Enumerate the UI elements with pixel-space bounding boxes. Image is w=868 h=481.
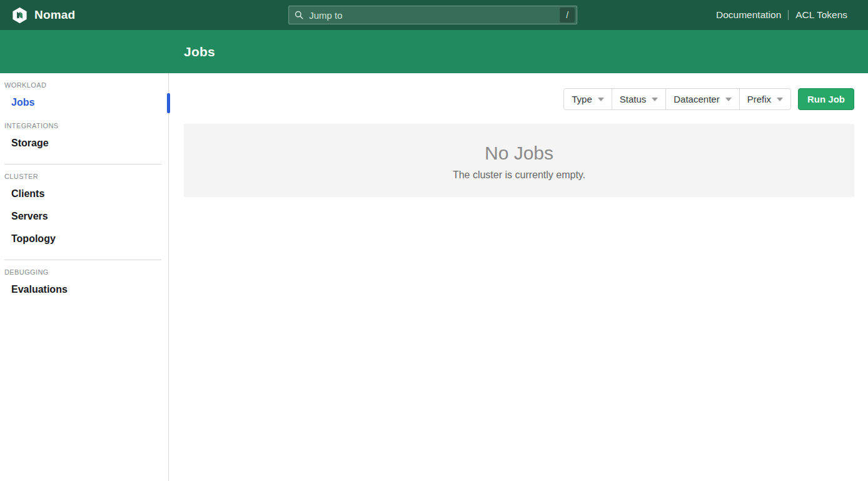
sidebar-item-storage[interactable]: Storage [0,132,168,154]
section-header-bar: Jobs [0,30,868,73]
filter-label: Status [620,94,647,104]
chevron-down-icon [725,98,732,101]
empty-state-message: The cluster is currently empty. [184,170,854,181]
brand-name: Nomad [34,8,75,22]
sidebar-item-label: Servers [11,211,48,221]
sidebar-section-debugging: DEBUGGING [4,268,168,276]
filter-label: Type [572,94,592,104]
sidebar-item-label: Evaluations [11,284,68,295]
sidebar-section-workload: WORKLOAD [4,81,168,89]
documentation-link[interactable]: Documentation [716,9,781,21]
chevron-down-icon [598,98,604,101]
search-input[interactable] [308,9,560,21]
filter-type-button[interactable]: Type [563,88,612,110]
empty-state-title: No Jobs [184,143,854,164]
filter-label: Prefix [747,94,771,104]
main-content: Type Status Datacenter Prefix Run Job [169,73,868,481]
filter-datacenter-button[interactable]: Datacenter [665,88,739,110]
sidebar-item-label: Storage [11,138,49,148]
sidebar-item-evaluations[interactable]: Evaluations [0,278,168,301]
page-title: Jobs [184,44,215,59]
top-links: Documentation ACL Tokens [716,9,868,21]
divider [788,10,789,20]
top-navigation-bar: Nomad / Documentation ACL Tokens [0,0,868,30]
sidebar-item-jobs[interactable]: Jobs [0,91,168,114]
sidebar-divider [4,164,161,165]
filter-group: Type Status Datacenter Prefix [563,88,791,110]
active-indicator [167,93,170,113]
sidebar-section-integrations: INTEGRATIONS [4,122,168,129]
acl-tokens-link[interactable]: ACL Tokens [795,9,847,21]
jump-to-search[interactable]: / [288,6,577,24]
sidebar-item-label: Clients [11,188,44,199]
jobs-toolbar: Type Status Datacenter Prefix Run Job [184,88,854,110]
sidebar-item-servers[interactable]: Servers [0,205,168,228]
filter-status-button[interactable]: Status [612,88,667,110]
sidebar-item-label: Jobs [11,97,34,108]
sidebar: WORKLOAD Jobs INTEGRATIONS Storage CLUST… [0,73,169,481]
sidebar-item-topology[interactable]: Topology [0,228,168,250]
nomad-logo-icon [11,7,28,24]
sidebar-section-cluster: CLUSTER [4,173,168,180]
empty-state-panel: No Jobs The cluster is currently empty. [184,124,854,197]
chevron-down-icon [652,98,658,101]
sidebar-divider [4,260,161,260]
search-icon [295,11,303,19]
run-job-button[interactable]: Run Job [798,88,854,110]
sidebar-item-clients[interactable]: Clients [0,183,168,205]
chevron-down-icon [777,98,783,101]
filter-label: Datacenter [674,94,719,104]
search-shortcut-key: / [560,8,575,23]
sidebar-item-label: Topology [11,233,56,244]
filter-prefix-button[interactable]: Prefix [739,88,791,110]
nomad-home-link[interactable]: Nomad [0,7,75,24]
